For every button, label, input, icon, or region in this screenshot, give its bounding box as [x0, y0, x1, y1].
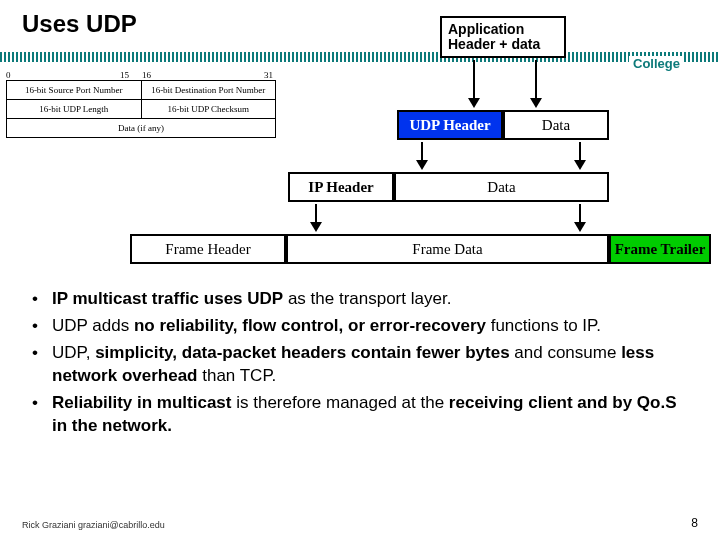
- list-item: UDP, simplicity, data-packet headers con…: [24, 342, 696, 388]
- divider-hatch: [0, 52, 720, 62]
- udp-field-checksum: 16-bit UDP Checksum: [141, 100, 276, 119]
- bullet-text: Reliability in multicast: [52, 393, 232, 412]
- bit-label-31: 31: [264, 70, 273, 80]
- page-number: 8: [691, 516, 698, 530]
- bullet-text: no reliability, flow control, or error-r…: [134, 316, 486, 335]
- ip-data-box: Data: [394, 172, 609, 202]
- list-item: Reliability in multicast is therefore ma…: [24, 392, 696, 438]
- arrow-icon: [574, 222, 586, 232]
- arrow-icon: [530, 98, 542, 108]
- list-item: IP multicast traffic uses UDP as the tra…: [24, 288, 696, 311]
- arrow-icon: [574, 160, 586, 170]
- udp-field-srcport: 16-bit Source Port Number: [7, 81, 142, 100]
- list-item: UDP adds no reliability, flow control, o…: [24, 315, 696, 338]
- bit-label-16: 16: [142, 70, 151, 80]
- footer-author: Rick Graziani graziani@cabrillo.edu: [22, 520, 165, 530]
- udp-field-dstport: 16-bit Destination Port Number: [141, 81, 276, 100]
- arrow-icon: [416, 160, 428, 170]
- bit-label-15: 15: [120, 70, 129, 80]
- bullet-text: functions to IP.: [486, 316, 601, 335]
- bullet-text: as the transport layer.: [283, 289, 451, 308]
- udp-header-fields-table: 16-bit Source Port Number 16-bit Destina…: [6, 80, 276, 138]
- udp-field-length: 16-bit UDP Length: [7, 100, 142, 119]
- frame-header-box: Frame Header: [130, 234, 286, 264]
- college-label: College: [629, 56, 684, 71]
- bullet-text: UDP adds: [52, 316, 134, 335]
- udp-header-box: UDP Header: [397, 110, 503, 140]
- arrow-icon: [310, 222, 322, 232]
- app-header-box: Application Header + data: [440, 16, 566, 58]
- ip-header-box: IP Header: [288, 172, 394, 202]
- bullet-text: UDP,: [52, 343, 95, 362]
- bullet-text: than TCP.: [198, 366, 277, 385]
- bullet-text: is therefore managed at the: [232, 393, 449, 412]
- slide-title: Uses UDP: [22, 10, 137, 38]
- bullet-list: IP multicast traffic uses UDP as the tra…: [24, 288, 696, 442]
- udp-data-box: Data: [503, 110, 609, 140]
- bit-label-0: 0: [6, 70, 11, 80]
- bullet-text: simplicity, data-packet headers contain …: [95, 343, 509, 362]
- udp-field-data: Data (if any): [7, 119, 276, 138]
- bullet-text: IP multicast traffic uses UDP: [52, 289, 283, 308]
- arrow-icon: [468, 98, 480, 108]
- frame-trailer-box: Frame Trailer: [609, 234, 711, 264]
- bullet-text: and consume: [510, 343, 622, 362]
- frame-data-box: Frame Data: [286, 234, 609, 264]
